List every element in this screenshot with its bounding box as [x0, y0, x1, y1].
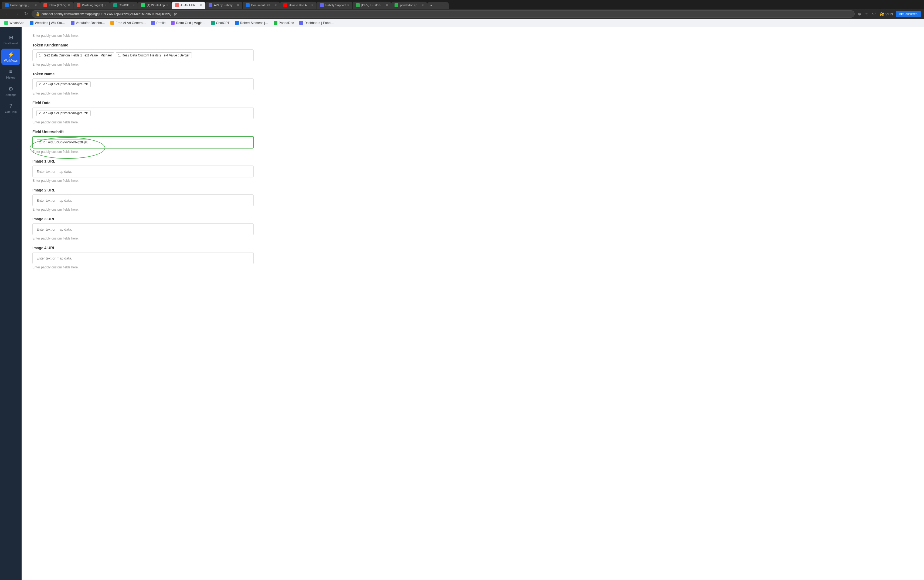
tab-close-icon[interactable]: × [133, 3, 135, 7]
tab-close-icon[interactable]: × [237, 3, 239, 7]
field-input-image3-url[interactable] [36, 227, 250, 231]
bookmark-bm-freeai[interactable]: Free AI Art Genera… [108, 20, 148, 26]
tab-close-icon[interactable]: × [422, 3, 424, 7]
sidebar-item-dashboard[interactable]: ⊞ Dashboard [2, 31, 20, 48]
bookmark-favicon [110, 21, 114, 25]
browser-tab-tab-pabbly-support[interactable]: Pabbly Support× [317, 2, 352, 9]
bookmark-bm-verkaufer[interactable]: Verkäufer-Dashbo… [69, 20, 107, 26]
token-badge[interactable]: 2. Id : wqEScGp2vnNvxhNg2tFjzB [37, 139, 91, 145]
tab-close-icon[interactable]: × [311, 3, 313, 7]
field-group-image4-url: Image 4 URLEnter pabbly custom fields he… [32, 246, 254, 269]
bookmark-favicon [30, 21, 33, 25]
forward-button[interactable]: → [13, 10, 20, 18]
tab-title: (1) WhatsApp [146, 3, 164, 7]
field-input-area-field-unterschrift[interactable]: 2. Id : wqEScGp2vnNvxhNg2tFjzB [32, 136, 254, 148]
field-group-token-name: Token Name2. Id : wqEScGp2vnNvxhNg2tFjzB… [32, 72, 254, 95]
tab-favicon [209, 3, 212, 7]
field-input-image1-url[interactable] [36, 170, 250, 174]
tab-close-icon[interactable]: × [275, 3, 276, 7]
field-wrapper-token-name: Token Name2. Id : wqEScGp2vnNvxhNg2tFjzB… [32, 72, 254, 95]
field-wrapper-image3-url: Image 3 URLEnter pabbly custom fields he… [32, 217, 254, 240]
bookmark-bm-retrogrid[interactable]: Retro Grid | Magic… [169, 20, 207, 26]
field-label-image3-url: Image 3 URL [32, 217, 254, 221]
field-input-area-image4-url[interactable] [32, 252, 254, 264]
field-hint-image3-url: Enter pabbly custom fields here. [32, 237, 254, 240]
bookmark-label: ChatGPT [216, 21, 230, 25]
tab-close-icon[interactable]: × [347, 3, 349, 7]
field-input-area-token-name[interactable]: 2. Id : wqEScGp2vnNvxhNg2tFjzB [32, 78, 254, 90]
field-group-image3-url: Image 3 URLEnter pabbly custom fields he… [32, 217, 254, 240]
field-input-area-image1-url[interactable] [32, 165, 254, 177]
sidebar-item-settings[interactable]: ⚙ Settings [2, 83, 20, 99]
browser-tab-tab-posteingang2[interactable]: Posteingang (1)× [73, 2, 110, 9]
sidebar-item-history[interactable]: ≡ History [2, 66, 20, 82]
tab-close-icon[interactable]: × [386, 3, 388, 7]
translate-icon[interactable]: ⊕ [857, 11, 862, 17]
field-hint-field-unterschrift: Enter pabbly custom fields here. [32, 150, 254, 154]
token-badge[interactable]: 2. Id : wqEScGp2vnNvxhNg2tFjzB [36, 81, 90, 87]
back-button[interactable]: ← [3, 10, 11, 18]
bookmark-icon[interactable]: ☆ [864, 11, 870, 17]
tab-favicon [5, 3, 9, 7]
address-bar[interactable]: 🔒 connect.pabbly.com/workflow/mapping/jj… [31, 10, 855, 18]
browser-tab-tab-api-pabbly[interactable]: API by Pabbly…× [206, 2, 242, 9]
tab-close-icon[interactable]: × [166, 3, 168, 7]
bookmark-bm-robert[interactable]: Robert Siemens |… [233, 20, 271, 26]
bookmark-bm-dashboard[interactable]: Dashboard | Pabbl… [297, 20, 337, 26]
browser-tab-tab-document-det[interactable]: Document Det…× [243, 2, 280, 9]
browser-tab-tab-howtouse[interactable]: How to Use A…× [280, 2, 317, 9]
bookmark-bm-profile[interactable]: Profile [149, 20, 168, 26]
token-badge[interactable]: 1. Res2 Data Custom Fields 1 Text Value … [36, 53, 114, 58]
field-hint-image2-url: Enter pabbly custom fields here. [32, 208, 254, 211]
browser-tab-tab-posteingang1[interactable]: Posteingang (3…× [2, 2, 40, 9]
sidebar-item-gethelp[interactable]: ? Get Help [2, 100, 20, 116]
tab-close-icon[interactable]: × [68, 3, 70, 7]
tab-title: API by Pabbly… [214, 3, 235, 7]
bookmarks-bar: WhatsAppWebsites | Wix Stu…Verkäufer-Das… [0, 19, 924, 27]
browser-tab-tab-whatsapp[interactable]: (1) WhatsApp× [138, 2, 171, 9]
bookmark-favicon [4, 21, 8, 25]
field-wrapper-image1-url: Image 1 URLEnter pabbly custom fields he… [32, 159, 254, 183]
browser-tab-tab-asana[interactable]: ASANA PR…× [172, 2, 205, 9]
browser-tab-tab-pandadoc[interactable]: pandadoc.ap…× [391, 2, 427, 9]
vpn-icon[interactable]: 🔐 VPN [879, 11, 894, 17]
bookmark-bm-chatgpt[interactable]: ChatGPT [209, 20, 232, 26]
browser-tab-tab-new[interactable]: + [427, 2, 449, 9]
reload-button[interactable]: ↻ [23, 10, 30, 18]
token-badge[interactable]: 2. Id : wqEScGp2vnNvxhNg2tFjzB [36, 110, 90, 116]
bookmark-favicon [151, 21, 155, 25]
field-input-area-image3-url[interactable] [32, 223, 254, 235]
field-group-field-date: Field Date2. Id : wqEScGp2vnNvxhNg2tFjzB… [32, 101, 254, 124]
field-label-image4-url: Image 4 URL [32, 246, 254, 250]
tab-close-icon[interactable]: × [35, 3, 37, 7]
field-wrapper-image4-url: Image 4 URLEnter pabbly custom fields he… [32, 246, 254, 269]
tab-close-icon[interactable]: × [200, 3, 202, 7]
field-input-area-image2-url[interactable] [32, 194, 254, 206]
browser-tab-tab-chatgpt[interactable]: ChatGPT× [110, 2, 138, 9]
update-button[interactable]: Aktualisieren [896, 11, 921, 17]
field-input-area-field-date[interactable]: 2. Id : wqEScGp2vnNvxhNg2tFjzB [32, 107, 254, 119]
shield-icon[interactable]: 🛡 [871, 11, 877, 17]
field-label-image2-url: Image 2 URL [32, 188, 254, 192]
bookmark-bm-whatsapp[interactable]: WhatsApp [2, 20, 26, 26]
top-hint: Enter pabbly custom fields here. [32, 34, 254, 38]
form-fields-container: Token Kundenname1. Res2 Data Custom Fiel… [32, 43, 254, 269]
tab-favicon [356, 3, 360, 7]
bookmark-bm-pandadoc[interactable]: PandaDoc [271, 20, 296, 26]
sidebar-item-workflows[interactable]: ⚡ Workflows [2, 49, 20, 65]
field-input-image4-url[interactable] [36, 256, 250, 260]
token-badge[interactable]: 1. Res2 Data Custom Fields 2 Text Value … [116, 53, 192, 58]
field-input-area-token-kundenname[interactable]: 1. Res2 Data Custom Fields 1 Text Value … [32, 49, 254, 61]
tab-favicon [283, 3, 287, 7]
tab-title: How to Use A… [289, 3, 310, 7]
tab-title: Inbox (2,972) [49, 3, 66, 7]
field-label-token-name: Token Name [32, 72, 254, 76]
bookmark-bm-websites[interactable]: Websites | Wix Stu… [28, 20, 67, 26]
tab-close-icon[interactable]: × [105, 3, 107, 7]
bookmark-label: Free AI Art Genera… [115, 21, 146, 25]
field-input-image2-url[interactable] [36, 198, 250, 203]
browser-tab-tab-inbox[interactable]: Inbox (2,972)× [40, 2, 73, 9]
tab-title: pandadoc.ap… [400, 3, 420, 7]
browser-tab-tab-dev-testve[interactable]: [DEV] TESTVE…× [353, 2, 391, 9]
bookmark-favicon [299, 21, 303, 25]
